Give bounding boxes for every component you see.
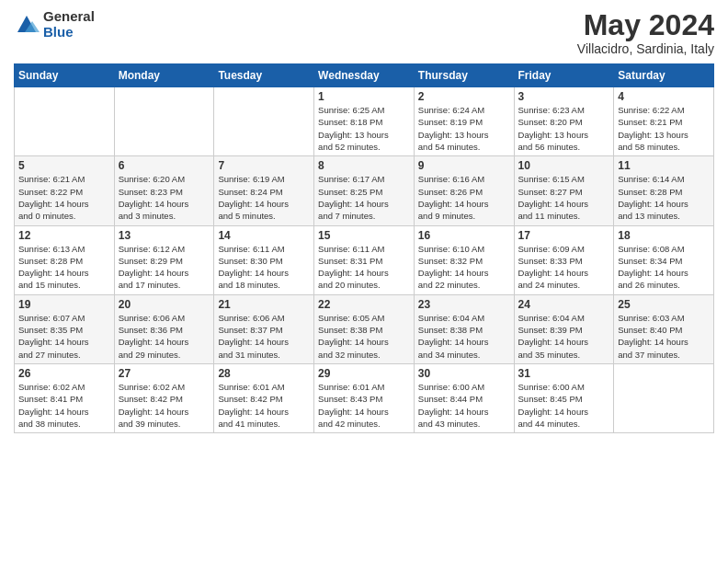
calendar-cell: 5Sunrise: 6:21 AMSunset: 8:22 PMDaylight…: [15, 156, 115, 225]
day-number: 22: [318, 298, 410, 311]
calendar-cell: 3Sunrise: 6:23 AMSunset: 8:20 PMDaylight…: [514, 87, 614, 156]
day-info: Sunrise: 6:02 AMSunset: 8:41 PMDaylight:…: [18, 381, 110, 430]
calendar-cell: 30Sunrise: 6:00 AMSunset: 8:44 PMDayligh…: [414, 363, 514, 432]
day-number: 12: [18, 229, 110, 242]
logo: General Blue: [14, 9, 95, 40]
calendar-cell: 6Sunrise: 6:20 AMSunset: 8:23 PMDaylight…: [114, 156, 214, 225]
day-number: 14: [218, 229, 310, 242]
day-info: Sunrise: 6:15 AMSunset: 8:27 PMDaylight:…: [518, 173, 610, 222]
day-number: 25: [618, 298, 710, 311]
calendar-cell: 9Sunrise: 6:16 AMSunset: 8:26 PMDaylight…: [414, 156, 514, 225]
calendar-cell: 19Sunrise: 6:07 AMSunset: 8:35 PMDayligh…: [15, 294, 115, 363]
calendar-cell: 15Sunrise: 6:11 AMSunset: 8:31 PMDayligh…: [314, 225, 415, 294]
day-info: Sunrise: 6:22 AMSunset: 8:21 PMDaylight:…: [618, 104, 710, 153]
calendar-cell: 14Sunrise: 6:11 AMSunset: 8:30 PMDayligh…: [214, 225, 314, 294]
day-info: Sunrise: 6:03 AMSunset: 8:40 PMDaylight:…: [618, 312, 710, 361]
day-number: 3: [518, 90, 610, 103]
day-info: Sunrise: 6:06 AMSunset: 8:37 PMDaylight:…: [218, 312, 310, 361]
day-number: 18: [618, 229, 710, 242]
calendar-cell: 8Sunrise: 6:17 AMSunset: 8:25 PMDaylight…: [314, 156, 415, 225]
calendar-cell: [214, 87, 314, 156]
day-header-saturday: Saturday: [614, 64, 714, 87]
day-info: Sunrise: 6:02 AMSunset: 8:42 PMDaylight:…: [119, 381, 210, 430]
calendar-header-row: SundayMondayTuesdayWednesdayThursdayFrid…: [15, 64, 714, 87]
day-info: Sunrise: 6:04 AMSunset: 8:39 PMDaylight:…: [518, 312, 610, 361]
logo-blue: Blue: [43, 25, 95, 40]
day-number: 5: [18, 159, 110, 172]
day-number: 31: [518, 367, 610, 380]
page: General Blue May 2024 Villacidro, Sardin…: [0, 0, 728, 563]
day-number: 15: [318, 229, 410, 242]
week-row-4: 19Sunrise: 6:07 AMSunset: 8:35 PMDayligh…: [15, 294, 714, 363]
day-number: 28: [218, 367, 310, 380]
day-info: Sunrise: 6:06 AMSunset: 8:36 PMDaylight:…: [119, 312, 210, 361]
day-number: 1: [318, 90, 410, 103]
day-number: 8: [318, 159, 410, 172]
day-number: 16: [418, 229, 510, 242]
calendar: SundayMondayTuesdayWednesdayThursdayFrid…: [14, 63, 714, 433]
logo-icon: [14, 12, 40, 38]
calendar-cell: 10Sunrise: 6:15 AMSunset: 8:27 PMDayligh…: [514, 156, 614, 225]
day-header-wednesday: Wednesday: [314, 64, 415, 87]
logo-text: General Blue: [43, 9, 95, 40]
day-number: 11: [618, 159, 710, 172]
day-number: 26: [18, 367, 110, 380]
day-info: Sunrise: 6:25 AMSunset: 8:18 PMDaylight:…: [318, 104, 410, 153]
day-number: 23: [418, 298, 510, 311]
header: General Blue May 2024 Villacidro, Sardin…: [14, 9, 714, 56]
calendar-cell: 22Sunrise: 6:05 AMSunset: 8:38 PMDayligh…: [314, 294, 415, 363]
day-info: Sunrise: 6:07 AMSunset: 8:35 PMDaylight:…: [18, 312, 110, 361]
day-header-friday: Friday: [514, 64, 614, 87]
day-number: 9: [418, 159, 510, 172]
day-info: Sunrise: 6:17 AMSunset: 8:25 PMDaylight:…: [318, 173, 410, 222]
day-info: Sunrise: 6:05 AMSunset: 8:38 PMDaylight:…: [318, 312, 410, 361]
subtitle: Villacidro, Sardinia, Italy: [577, 41, 714, 56]
day-info: Sunrise: 6:21 AMSunset: 8:22 PMDaylight:…: [18, 173, 110, 222]
calendar-cell: [15, 87, 115, 156]
day-info: Sunrise: 6:11 AMSunset: 8:30 PMDaylight:…: [218, 243, 310, 292]
day-header-sunday: Sunday: [15, 64, 115, 87]
day-number: 27: [119, 367, 210, 380]
calendar-cell: 16Sunrise: 6:10 AMSunset: 8:32 PMDayligh…: [414, 225, 514, 294]
day-number: 6: [119, 159, 210, 172]
day-info: Sunrise: 6:20 AMSunset: 8:23 PMDaylight:…: [119, 173, 210, 222]
calendar-cell: [614, 363, 714, 432]
day-number: 2: [418, 90, 510, 103]
day-number: 24: [518, 298, 610, 311]
calendar-cell: 23Sunrise: 6:04 AMSunset: 8:38 PMDayligh…: [414, 294, 514, 363]
day-info: Sunrise: 6:19 AMSunset: 8:24 PMDaylight:…: [218, 173, 310, 222]
day-info: Sunrise: 6:10 AMSunset: 8:32 PMDaylight:…: [418, 243, 510, 292]
day-number: 29: [318, 367, 410, 380]
calendar-cell: 17Sunrise: 6:09 AMSunset: 8:33 PMDayligh…: [514, 225, 614, 294]
day-info: Sunrise: 6:00 AMSunset: 8:44 PMDaylight:…: [418, 381, 510, 430]
day-info: Sunrise: 6:24 AMSunset: 8:19 PMDaylight:…: [418, 104, 510, 153]
calendar-cell: 26Sunrise: 6:02 AMSunset: 8:41 PMDayligh…: [15, 363, 115, 432]
calendar-cell: 7Sunrise: 6:19 AMSunset: 8:24 PMDaylight…: [214, 156, 314, 225]
day-number: 4: [618, 90, 710, 103]
calendar-cell: 12Sunrise: 6:13 AMSunset: 8:28 PMDayligh…: [15, 225, 115, 294]
calendar-cell: 31Sunrise: 6:00 AMSunset: 8:45 PMDayligh…: [514, 363, 614, 432]
week-row-5: 26Sunrise: 6:02 AMSunset: 8:41 PMDayligh…: [15, 363, 714, 432]
day-number: 21: [218, 298, 310, 311]
week-row-3: 12Sunrise: 6:13 AMSunset: 8:28 PMDayligh…: [15, 225, 714, 294]
day-info: Sunrise: 6:09 AMSunset: 8:33 PMDaylight:…: [518, 243, 610, 292]
title-block: May 2024 Villacidro, Sardinia, Italy: [577, 9, 714, 56]
day-header-tuesday: Tuesday: [214, 64, 314, 87]
week-row-1: 1Sunrise: 6:25 AMSunset: 8:18 PMDaylight…: [15, 87, 714, 156]
calendar-cell: 21Sunrise: 6:06 AMSunset: 8:37 PMDayligh…: [214, 294, 314, 363]
calendar-cell: 4Sunrise: 6:22 AMSunset: 8:21 PMDaylight…: [614, 87, 714, 156]
day-info: Sunrise: 6:08 AMSunset: 8:34 PMDaylight:…: [618, 243, 710, 292]
calendar-cell: 2Sunrise: 6:24 AMSunset: 8:19 PMDaylight…: [414, 87, 514, 156]
day-info: Sunrise: 6:14 AMSunset: 8:28 PMDaylight:…: [618, 173, 710, 222]
day-info: Sunrise: 6:11 AMSunset: 8:31 PMDaylight:…: [318, 243, 410, 292]
logo-general: General: [43, 9, 95, 25]
calendar-cell: 11Sunrise: 6:14 AMSunset: 8:28 PMDayligh…: [614, 156, 714, 225]
day-info: Sunrise: 6:13 AMSunset: 8:28 PMDaylight:…: [18, 243, 110, 292]
day-number: 19: [18, 298, 110, 311]
calendar-cell: 13Sunrise: 6:12 AMSunset: 8:29 PMDayligh…: [114, 225, 214, 294]
main-title: May 2024: [577, 9, 714, 41]
day-info: Sunrise: 6:23 AMSunset: 8:20 PMDaylight:…: [518, 104, 610, 153]
day-number: 20: [119, 298, 210, 311]
day-number: 30: [418, 367, 510, 380]
calendar-cell: 24Sunrise: 6:04 AMSunset: 8:39 PMDayligh…: [514, 294, 614, 363]
